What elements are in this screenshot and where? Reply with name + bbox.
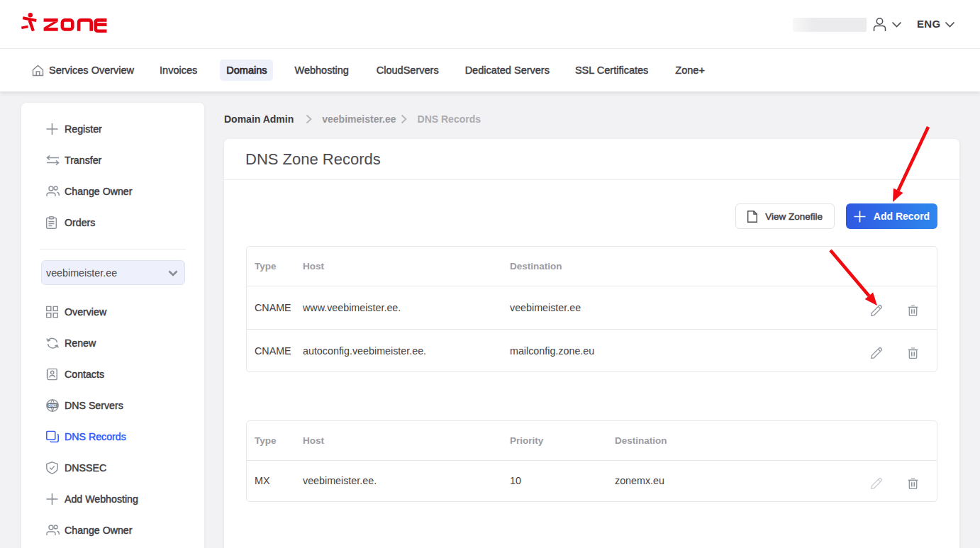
svg-text:DNS: DNS <box>48 403 57 408</box>
